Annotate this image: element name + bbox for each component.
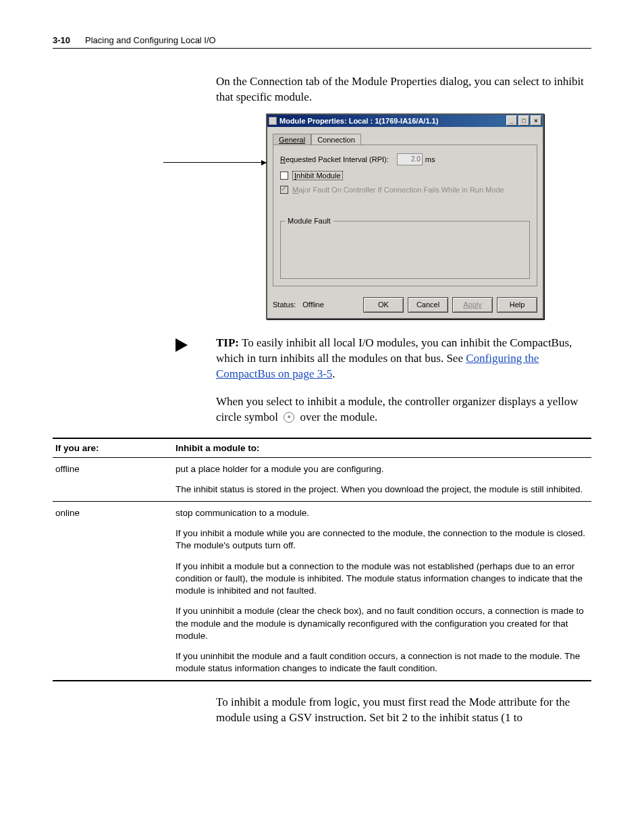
cell-para: If you inhibit a module but a connection… [176,561,589,598]
cell-para: stop communication to a module. [176,507,589,519]
cell-desc: stop communication to a module. If you i… [173,502,591,681]
inhibit-row: Inhibit Module [280,171,530,180]
rpi-label: Requested Packet Interval (RPI): [280,155,389,163]
cancel-button[interactable]: Cancel [408,297,448,313]
dialog-titlebar: Module Properties: Local : 1(1769-IA16/A… [267,115,543,127]
rpi-unit: ms [425,155,435,163]
dialog-figure: Module Properties: Local : 1(1769-IA16/A… [216,113,591,319]
status-value: Offline [302,301,324,309]
inhibit-checkbox[interactable] [280,172,288,180]
module-fault-legend: Module Fault [285,217,333,225]
callout-arrow [163,162,266,163]
cell-state: offline [53,457,173,501]
dialog-title: Module Properties: Local : 1(1769-IA16/A… [279,117,438,125]
window-controls: _ □ × [506,115,541,126]
connection-panel: Requested Packet Interval (RPI): 2.0 ms … [273,145,537,286]
cell-desc: put a place holder for a module you are … [173,457,591,501]
status-label: Status: [273,301,296,309]
tip-body-2: . [332,367,335,380]
cell-para: If you uninhibit a module (clear the che… [176,605,589,642]
table-row: offline put a place holder for a module … [53,457,591,501]
major-fault-label: Major Fault On Controller If Connection … [292,186,504,194]
major-fault-row: Major Fault On Controller If Connection … [280,186,530,194]
th-inhibit-to: Inhibit a module to: [173,438,591,458]
dialog-body: General Connection Requested Packet Inte… [267,127,543,292]
tab-general[interactable]: General [273,134,311,145]
rpi-input[interactable]: 2.0 [397,153,423,165]
closing-block: To inhibit a module from logic, you must… [216,695,591,726]
ok-button[interactable]: OK [363,297,404,313]
apply-button[interactable]: Apply [452,297,493,313]
th-if-you-are: If you are: [53,438,173,458]
inhibit-label: Inhibit Module [292,171,343,180]
yellow-circle-paragraph: When you select to inhibit a module, the… [216,394,591,425]
module-fault-group: Module Fault [280,221,530,279]
intro-paragraph: On the Connection tab of the Module Prop… [216,74,591,105]
tip-block: TIP: To easily inhibit all local I/O mod… [176,336,591,382]
tab-general-label: General [279,136,305,144]
yc-text-b: over the module. [300,411,378,423]
tab-connection[interactable]: Connection [311,134,361,145]
running-header: 3-10 Placing and Configuring Local I/O [53,35,591,49]
tip-text: TIP: To easily inhibit all local I/O mod… [216,336,591,382]
cell-para: The inhibit status is stored in the proj… [176,484,589,496]
rpi-row: Requested Packet Interval (RPI): 2.0 ms [280,153,530,165]
dialog-footer: Status: Offline OK Cancel Apply Help [267,292,543,318]
body-column: On the Connection tab of the Module Prop… [216,74,591,425]
minimize-button[interactable]: _ [506,115,517,126]
yellow-circle-icon: ● [284,412,294,423]
closing-paragraph: To inhibit a module from logic, you must… [216,695,591,726]
yc-text-a: When you select to inhibit a module, the… [216,395,578,423]
maximize-button[interactable]: □ [518,115,529,126]
cell-para: If you inhibit a module while you are co… [176,527,589,552]
app-icon [269,117,277,125]
inhibit-table: If you are: Inhibit a module to: offline… [53,438,591,682]
page-number: 3-10 [53,35,70,45]
cell-state: online [53,502,173,681]
cell-para: If you uninhibit the module and a fault … [176,650,589,675]
section-title: Placing and Configuring Local I/O [85,35,216,45]
page: 3-10 Placing and Configuring Local I/O O… [0,0,644,834]
tip-label: TIP: [216,336,239,349]
close-button[interactable]: × [531,115,541,126]
module-properties-dialog: Module Properties: Local : 1(1769-IA16/A… [266,113,544,319]
cell-para: put a place holder for a module you are … [176,463,589,475]
table-row: online stop communication to a module. I… [53,502,591,681]
major-fault-checkbox[interactable] [280,186,288,194]
tab-strip: General Connection [273,131,537,145]
tip-arrow-icon [176,338,188,352]
help-button[interactable]: Help [497,297,537,313]
